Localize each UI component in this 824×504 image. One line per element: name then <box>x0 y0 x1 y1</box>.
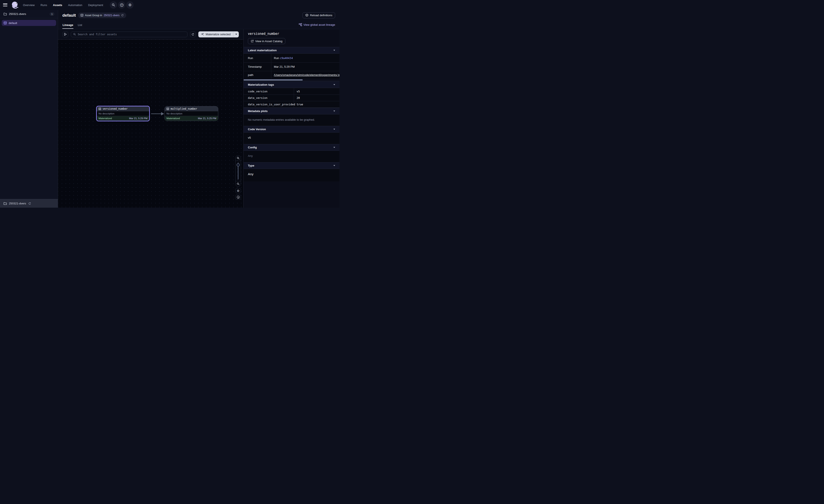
main-area: default Asset Group in 250321-dvers Relo… <box>58 10 339 208</box>
zoom-in-button[interactable] <box>235 155 241 161</box>
lineage-toolbar: Materialize selected <box>58 29 243 39</box>
asset-node-header: multiplied_number <box>165 106 218 111</box>
sidebar-group-label: 250321-dvers <box>9 12 26 16</box>
search-button[interactable] <box>110 1 117 9</box>
refresh-graph-button[interactable] <box>190 31 196 37</box>
asset-node-header: versioned_number <box>97 106 149 111</box>
sidebar-footer[interactable]: 250321-dvers <box>0 199 58 208</box>
asset-group-badge-link[interactable]: 250321-dvers <box>104 14 119 17</box>
sidebar-footer-label: 250321-dvers <box>9 202 26 205</box>
section-config[interactable]: Config <box>243 144 339 150</box>
row-value: Run c9a40434 <box>271 54 339 62</box>
zoom-control <box>235 155 241 187</box>
section-metadata-plots[interactable]: Metadata plots <box>243 108 339 114</box>
status-badge: Materialized <box>99 117 112 120</box>
asset-groups-sidebar: 250321-dvers 1 default 250321-dvers <box>0 10 58 208</box>
collapse-caret-icon <box>333 147 335 148</box>
hamburger-menu-icon[interactable] <box>3 3 7 6</box>
asset-node-multiplied-number[interactable]: multiplied_number No description Materia… <box>165 106 218 121</box>
tab-lineage[interactable]: Lineage <box>62 21 73 29</box>
lineage-edge-arrow <box>150 106 165 121</box>
scrollbar-thumb[interactable] <box>243 80 303 81</box>
view-in-asset-catalog-button[interactable]: View in Asset Catalog <box>248 38 285 44</box>
asset-node-description: No description <box>165 111 218 116</box>
graph-settings-button[interactable]: ⚙ <box>235 188 241 193</box>
tab-bar: Lineage List View global asset lineage <box>58 20 339 29</box>
table-row: Timestamp Mar 21, 5:29 PM <box>243 62 339 71</box>
section-code-version[interactable]: Code Version <box>243 126 339 132</box>
run-id-link[interactable]: c9a40434 <box>280 56 293 60</box>
zoom-out-button[interactable] <box>235 181 241 186</box>
lineage-column: Materialize selected versioned_number No… <box>58 29 243 208</box>
row-value: Mar 21, 5:29 PM <box>271 62 339 71</box>
materialize-selected-button[interactable]: Materialize selected <box>198 31 239 37</box>
search-input[interactable] <box>78 33 185 36</box>
section-title: Metadata plots <box>248 109 268 113</box>
page-header: default Asset Group in 250321-dvers Relo… <box>58 10 339 20</box>
asset-search-box[interactable] <box>71 31 188 37</box>
expand-sidebar-panel-button[interactable] <box>63 31 68 37</box>
view-global-asset-lineage-link[interactable]: View global asset lineage <box>299 23 335 26</box>
row-value: /Users/smackesey/stm/code/elementl/exper… <box>271 71 339 79</box>
zoom-slider[interactable] <box>235 161 241 181</box>
refresh-icon[interactable] <box>28 202 31 205</box>
help-button[interactable]: ? <box>118 1 125 9</box>
lineage-canvas[interactable]: versioned_number No description Material… <box>58 39 243 208</box>
code-version-value: v5 <box>243 133 339 144</box>
section-title: Type <box>248 164 254 167</box>
refresh-icon[interactable] <box>121 14 124 17</box>
row-key: Run <box>243 54 271 62</box>
asset-group-icon <box>81 14 83 17</box>
help-icon: ? <box>120 3 124 7</box>
status-badge: Materialized <box>167 117 180 120</box>
path-link[interactable]: /Users/smackesey/stm/code/elementl/exper… <box>274 73 339 77</box>
dagster-logo[interactable] <box>10 1 19 9</box>
table-icon <box>167 108 169 110</box>
materialize-dropdown-button[interactable] <box>233 31 239 37</box>
nav-item-overview[interactable]: Overview <box>23 3 35 7</box>
config-body: Any <box>243 150 339 162</box>
materialization-timestamp: Mar 21, 5:25 PM <box>198 117 216 120</box>
tag-value: v5 <box>294 88 339 95</box>
lineage-graph-icon <box>299 23 302 26</box>
table-icon <box>99 108 101 110</box>
row-key: Timestamp <box>243 62 271 71</box>
collapse-caret-icon <box>333 129 335 130</box>
view-global-asset-lineage-label: View global asset lineage <box>304 23 335 26</box>
sidebar-item-default[interactable]: default <box>2 20 56 26</box>
asset-group-icon <box>4 21 7 24</box>
section-type[interactable]: Type <box>243 162 339 169</box>
content-split: Materialize selected versioned_number No… <box>58 29 339 208</box>
sidebar-group-row[interactable]: 250321-dvers 1 <box>0 10 58 18</box>
nav-item-runs[interactable]: Runs <box>40 3 47 7</box>
asset-group-badge-text: Asset Group in <box>85 14 102 17</box>
asset-group-badge: Asset Group in 250321-dvers <box>78 13 126 18</box>
panel-expand-icon <box>64 33 67 36</box>
settings-button[interactable]: ⚙ <box>126 1 133 9</box>
gear-icon: ⚙ <box>237 189 240 193</box>
search-icon <box>112 3 115 7</box>
nav-item-deployment[interactable]: Deployment <box>88 3 103 7</box>
asset-node-footer: Materialized Mar 21, 5:25 PM <box>165 116 218 121</box>
tag-key: data_version_is_user_provided <box>243 101 294 108</box>
collapse-caret-icon <box>333 50 335 51</box>
sidebar-item-label: default <box>9 21 17 25</box>
nav-item-automation[interactable]: Automation <box>68 3 82 7</box>
asset-node-versioned-number[interactable]: versioned_number No description Material… <box>96 106 150 121</box>
tag-value: 20 <box>294 95 339 101</box>
svg-text:?: ? <box>121 4 122 6</box>
nav-item-assets[interactable]: Assets <box>53 3 62 7</box>
download-image-button[interactable] <box>235 195 241 200</box>
folder-icon <box>3 202 7 205</box>
tab-list[interactable]: List <box>78 21 82 29</box>
metadata-plots-empty-text: No numeric metadata entries available to… <box>243 114 339 126</box>
view-in-asset-catalog-label: View in Asset Catalog <box>255 39 283 43</box>
section-latest-materialization[interactable]: Latest materialization <box>243 47 339 53</box>
section-materialization-tags[interactable]: Materialization tags <box>243 81 339 88</box>
external-link-icon <box>251 39 254 43</box>
sidebar-group-count-badge: 1 <box>49 12 54 16</box>
download-icon <box>237 196 240 199</box>
reload-definitions-button[interactable]: Reload definitions <box>302 12 335 18</box>
zoom-slider-knob[interactable] <box>237 163 240 166</box>
asset-node-description: No description <box>97 111 149 116</box>
